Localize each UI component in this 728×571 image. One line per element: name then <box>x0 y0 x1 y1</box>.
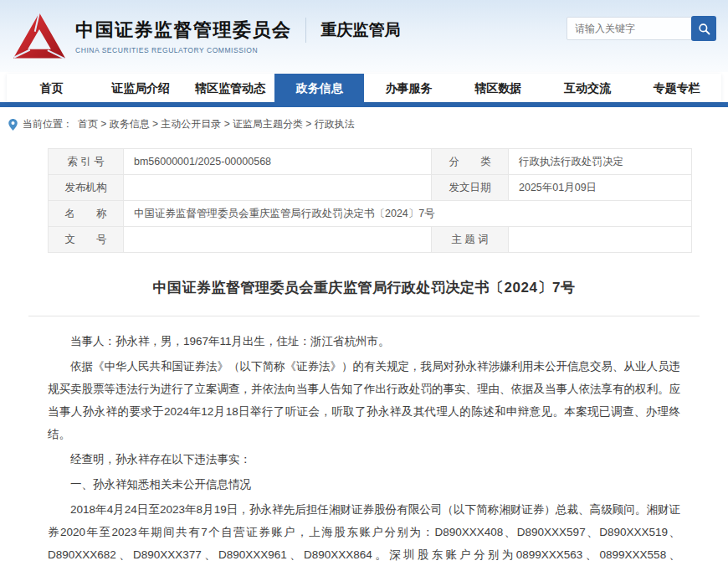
nav-item-special-columns[interactable]: 专题专栏 <box>632 74 721 102</box>
nav-item-regulatory-news[interactable]: 辖区监管动态 <box>186 74 275 102</box>
category-value: 行政执法行政处罚决定 <box>509 149 692 175</box>
nav-item-district-data[interactable]: 辖区数据 <box>454 74 543 102</box>
main-nav: 首页 证监局介绍 辖区监管动态 政务信息 办事服务 辖区数据 互动交流 专题专栏 <box>0 74 728 107</box>
doc-number-label: 文 号 <box>49 227 124 253</box>
document-meta-table: 索 引 号 bm56000001/2025-00000568 分 类 行政执法行… <box>48 148 692 253</box>
subject-word-label: 主 题 词 <box>432 227 509 253</box>
article-paragraph: 2018年4月24日至2023年8月19日，孙永祥先后担任湘财证券股份有限公司（… <box>48 498 680 571</box>
article-body: 当事人：孙永祥，男，1967年11月出生，住址：浙江省杭州市。 依据《中华人民共… <box>35 330 693 571</box>
page-title: 中国证券监督管理委员会重庆监管局行政处罚决定书〔2024〕7号 <box>35 278 693 297</box>
publisher-value <box>124 175 432 201</box>
search-input[interactable] <box>567 17 692 40</box>
search-icon <box>698 23 710 35</box>
pub-date-label: 发文日期 <box>432 175 509 201</box>
org-name-cn: 中国证券监督管理委员会 <box>75 18 292 43</box>
doc-name-label: 名 称 <box>49 201 124 227</box>
title-divider <box>28 316 700 316</box>
article-paragraph: 当事人：孙永祥，男，1967年11月出生，住址：浙江省杭州市。 <box>48 330 680 352</box>
site-header: 中国证券监督管理委员会 CHINA SECURITIES REGULATORY … <box>0 0 728 72</box>
article-paragraph: 经查明，孙永祥存在以下违法事实： <box>48 448 680 471</box>
csrc-logo[interactable] <box>12 10 67 62</box>
org-title-block: 中国证券监督管理委员会 CHINA SECURITIES REGULATORY … <box>75 18 305 54</box>
table-row: 索 引 号 bm56000001/2025-00000568 分 类 行政执法行… <box>49 149 692 175</box>
article-paragraph: 一、孙永祥知悉相关未公开信息情况 <box>48 473 680 496</box>
search-area <box>567 16 716 41</box>
nav-item-gov-info[interactable]: 政务信息 <box>274 74 364 107</box>
search-button[interactable] <box>691 16 716 41</box>
index-number-value: bm56000001/2025-00000568 <box>124 149 432 175</box>
breadcrumb-prefix: 当前位置： <box>23 117 73 131</box>
breadcrumb: 当前位置： 首页 > 政务信息 > 主动公开目录 > 证监局主题分类 > 行政执… <box>0 107 728 136</box>
doc-name-value: 中国证券监督管理委员会重庆监管局行政处罚决定书〔2024〕7号 <box>124 201 692 227</box>
subject-word-value <box>509 227 692 253</box>
pub-date-value: 2025年01月09日 <box>509 175 692 201</box>
csrc-logo-icon <box>12 10 67 62</box>
nav-item-interaction[interactable]: 互动交流 <box>543 74 633 102</box>
branch-name: 重庆监管局 <box>305 18 401 43</box>
table-row: 文 号 主 题 词 <box>49 227 692 253</box>
nav-underline-bar <box>0 102 728 107</box>
category-label: 分 类 <box>432 149 509 175</box>
nav-item-home[interactable]: 首页 <box>7 74 96 102</box>
org-name-en: CHINA SECURITIES REGULATORY COMMISSION <box>75 46 292 54</box>
doc-number-value <box>124 227 432 253</box>
index-number-label: 索 引 号 <box>49 149 124 175</box>
nav-item-services[interactable]: 办事服务 <box>364 74 454 102</box>
table-row: 发布机构 发文日期 2025年01月09日 <box>49 175 692 201</box>
breadcrumb-path[interactable]: 首页 > 政务信息 > 主动公开目录 > 证监局主题分类 > 行政执法 <box>78 117 355 131</box>
table-row: 名 称 中国证券监督管理委员会重庆监管局行政处罚决定书〔2024〕7号 <box>49 201 692 227</box>
location-pin-icon <box>8 119 18 131</box>
content-area: 索 引 号 bm56000001/2025-00000568 分 类 行政执法行… <box>0 148 728 571</box>
article-paragraph: 依据《中华人民共和国证券法》（以下简称《证券法》）的有关规定，我局对孙永祥涉嫌利… <box>48 355 680 445</box>
nav-item-bureau-intro[interactable]: 证监局介绍 <box>96 74 186 102</box>
publisher-label: 发布机构 <box>49 175 124 201</box>
